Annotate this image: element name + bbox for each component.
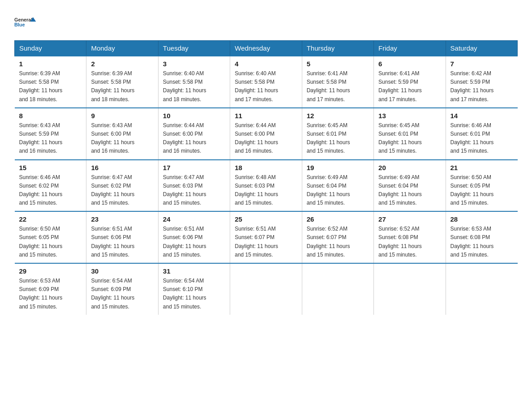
day-cell: 11 Sunrise: 6:44 AM Sunset: 6:00 PM Dayl… — [230, 108, 302, 160]
day-info: Sunrise: 6:41 AM Sunset: 5:59 PM Dayligh… — [378, 69, 441, 104]
day-info: Sunrise: 6:42 AM Sunset: 5:59 PM Dayligh… — [450, 69, 513, 104]
day-number: 14 — [450, 112, 513, 120]
day-info: Sunrise: 6:46 AM Sunset: 6:01 PM Dayligh… — [450, 121, 513, 156]
day-cell: 20 Sunrise: 6:49 AM Sunset: 6:04 PM Dayl… — [374, 160, 446, 212]
day-number: 13 — [378, 112, 441, 120]
weekday-header-row: SundayMondayTuesdayWednesdayThursdayFrid… — [15, 41, 518, 56]
day-info: Sunrise: 6:51 AM Sunset: 6:06 PM Dayligh… — [91, 225, 153, 259]
day-info: Sunrise: 6:40 AM Sunset: 5:58 PM Dayligh… — [163, 69, 225, 104]
day-number: 7 — [450, 60, 513, 68]
day-cell: 24 Sunrise: 6:51 AM Sunset: 6:06 PM Dayl… — [158, 211, 230, 263]
weekday-header-monday: Monday — [86, 41, 158, 56]
day-cell: 12 Sunrise: 6:45 AM Sunset: 6:01 PM Dayl… — [302, 108, 373, 160]
day-info: Sunrise: 6:50 AM Sunset: 6:05 PM Dayligh… — [450, 173, 513, 208]
day-info: Sunrise: 6:45 AM Sunset: 6:01 PM Dayligh… — [307, 121, 369, 156]
day-cell: 2 Sunrise: 6:39 AM Sunset: 5:58 PM Dayli… — [86, 56, 158, 108]
day-info: Sunrise: 6:50 AM Sunset: 6:05 PM Dayligh… — [19, 225, 82, 259]
day-info: Sunrise: 6:53 AM Sunset: 6:09 PM Dayligh… — [19, 277, 82, 311]
svg-text:Blue: Blue — [14, 22, 25, 27]
day-cell: 26 Sunrise: 6:52 AM Sunset: 6:07 PM Dayl… — [302, 211, 373, 263]
day-info: Sunrise: 6:53 AM Sunset: 6:08 PM Dayligh… — [450, 225, 513, 259]
calendar-table: SundayMondayTuesdayWednesdayThursdayFrid… — [14, 40, 518, 315]
day-number: 6 — [378, 60, 441, 68]
day-cell: 27 Sunrise: 6:52 AM Sunset: 6:08 PM Dayl… — [374, 211, 446, 263]
day-cell: 7 Sunrise: 6:42 AM Sunset: 5:59 PM Dayli… — [446, 56, 517, 108]
day-info: Sunrise: 6:43 AM Sunset: 6:00 PM Dayligh… — [91, 121, 153, 156]
weekday-header-friday: Friday — [374, 41, 446, 56]
day-cell: 22 Sunrise: 6:50 AM Sunset: 6:05 PM Dayl… — [15, 211, 86, 263]
day-info: Sunrise: 6:52 AM Sunset: 6:08 PM Dayligh… — [378, 225, 441, 259]
day-cell: 4 Sunrise: 6:40 AM Sunset: 5:58 PM Dayli… — [230, 56, 302, 108]
week-row-2: 8 Sunrise: 6:43 AM Sunset: 5:59 PM Dayli… — [15, 108, 518, 160]
logo-svg: General Blue — [14, 11, 37, 33]
day-number: 21 — [450, 164, 513, 171]
day-cell: 23 Sunrise: 6:51 AM Sunset: 6:06 PM Dayl… — [86, 211, 158, 263]
day-cell: 18 Sunrise: 6:48 AM Sunset: 6:03 PM Dayl… — [230, 160, 302, 212]
day-number: 16 — [91, 164, 153, 171]
day-info: Sunrise: 6:48 AM Sunset: 6:03 PM Dayligh… — [235, 173, 297, 208]
week-row-5: 29 Sunrise: 6:53 AM Sunset: 6:09 PM Dayl… — [15, 263, 518, 315]
day-info: Sunrise: 6:45 AM Sunset: 6:01 PM Dayligh… — [378, 121, 441, 156]
day-cell: 14 Sunrise: 6:46 AM Sunset: 6:01 PM Dayl… — [446, 108, 517, 160]
day-number: 10 — [163, 112, 225, 120]
day-number: 25 — [235, 215, 297, 223]
day-cell — [302, 263, 373, 315]
day-number: 1 — [19, 60, 82, 68]
day-info: Sunrise: 6:41 AM Sunset: 5:58 PM Dayligh… — [307, 69, 369, 104]
day-info: Sunrise: 6:44 AM Sunset: 6:00 PM Dayligh… — [235, 121, 297, 156]
day-number: 30 — [91, 267, 153, 275]
weekday-header-wednesday: Wednesday — [230, 41, 302, 56]
day-info: Sunrise: 6:40 AM Sunset: 5:58 PM Dayligh… — [235, 69, 297, 104]
day-number: 19 — [307, 164, 369, 171]
day-number: 4 — [235, 60, 297, 68]
day-cell: 6 Sunrise: 6:41 AM Sunset: 5:59 PM Dayli… — [374, 56, 446, 108]
day-info: Sunrise: 6:51 AM Sunset: 6:06 PM Dayligh… — [163, 225, 225, 259]
day-cell: 3 Sunrise: 6:40 AM Sunset: 5:58 PM Dayli… — [158, 56, 230, 108]
day-number: 3 — [163, 60, 225, 68]
day-cell: 17 Sunrise: 6:47 AM Sunset: 6:03 PM Dayl… — [158, 160, 230, 212]
weekday-header-thursday: Thursday — [302, 41, 373, 56]
day-number: 2 — [91, 60, 153, 68]
day-cell: 5 Sunrise: 6:41 AM Sunset: 5:58 PM Dayli… — [302, 56, 373, 108]
svg-text:General: General — [14, 17, 32, 22]
day-number: 26 — [307, 215, 369, 223]
day-number: 20 — [378, 164, 441, 171]
weekday-header-tuesday: Tuesday — [158, 41, 230, 56]
day-number: 15 — [19, 164, 82, 171]
day-info: Sunrise: 6:51 AM Sunset: 6:07 PM Dayligh… — [235, 225, 297, 259]
day-number: 9 — [91, 112, 153, 120]
day-info: Sunrise: 6:46 AM Sunset: 6:02 PM Dayligh… — [19, 173, 82, 208]
week-row-1: 1 Sunrise: 6:39 AM Sunset: 5:58 PM Dayli… — [15, 56, 518, 108]
day-info: Sunrise: 6:54 AM Sunset: 6:10 PM Dayligh… — [163, 277, 225, 311]
logo: General Blue — [14, 11, 37, 33]
day-number: 31 — [163, 267, 225, 275]
day-number: 29 — [19, 267, 82, 275]
day-cell: 21 Sunrise: 6:50 AM Sunset: 6:05 PM Dayl… — [446, 160, 517, 212]
day-cell: 13 Sunrise: 6:45 AM Sunset: 6:01 PM Dayl… — [374, 108, 446, 160]
day-cell: 30 Sunrise: 6:54 AM Sunset: 6:09 PM Dayl… — [86, 263, 158, 315]
day-info: Sunrise: 6:47 AM Sunset: 6:03 PM Dayligh… — [163, 173, 225, 208]
weekday-header-saturday: Saturday — [446, 41, 517, 56]
day-number: 27 — [378, 215, 441, 223]
day-info: Sunrise: 6:49 AM Sunset: 6:04 PM Dayligh… — [378, 173, 441, 208]
day-number: 17 — [163, 164, 225, 171]
day-cell — [446, 263, 517, 315]
day-number: 12 — [307, 112, 369, 120]
day-cell — [374, 263, 446, 315]
day-number: 28 — [450, 215, 513, 223]
day-info: Sunrise: 6:49 AM Sunset: 6:04 PM Dayligh… — [307, 173, 369, 208]
week-row-3: 15 Sunrise: 6:46 AM Sunset: 6:02 PM Dayl… — [15, 160, 518, 212]
day-cell: 9 Sunrise: 6:43 AM Sunset: 6:00 PM Dayli… — [86, 108, 158, 160]
day-cell: 15 Sunrise: 6:46 AM Sunset: 6:02 PM Dayl… — [15, 160, 86, 212]
weekday-header-sunday: Sunday — [15, 41, 86, 56]
day-number: 23 — [91, 215, 153, 223]
day-info: Sunrise: 6:39 AM Sunset: 5:58 PM Dayligh… — [91, 69, 153, 104]
day-number: 8 — [19, 112, 82, 120]
day-cell: 29 Sunrise: 6:53 AM Sunset: 6:09 PM Dayl… — [15, 263, 86, 315]
day-cell — [230, 263, 302, 315]
day-cell: 25 Sunrise: 6:51 AM Sunset: 6:07 PM Dayl… — [230, 211, 302, 263]
day-number: 22 — [19, 215, 82, 223]
day-number: 24 — [163, 215, 225, 223]
day-cell: 1 Sunrise: 6:39 AM Sunset: 5:58 PM Dayli… — [15, 56, 86, 108]
day-cell: 19 Sunrise: 6:49 AM Sunset: 6:04 PM Dayl… — [302, 160, 373, 212]
